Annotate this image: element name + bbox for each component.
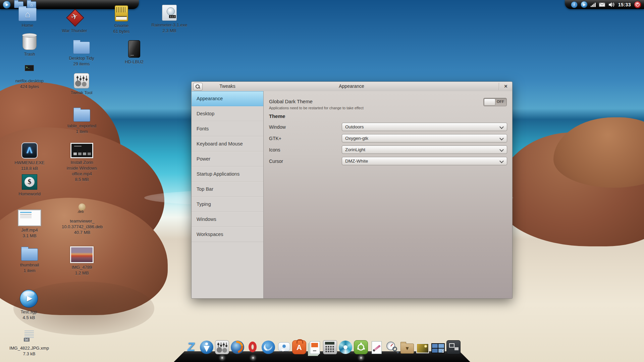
goldcard-icon (115, 5, 128, 21)
desktop-icon-homeworld[interactable]: Homeworld (4, 174, 55, 197)
desktop-icon-gnome[interactable]: Gnome61 bytes (96, 5, 147, 34)
desktop-icon-netflix-desktop[interactable]: netflix-desktop424 bytes (4, 61, 55, 89)
impress-icon (308, 341, 321, 354)
chevron-down-icon (499, 159, 504, 163)
dock-item-calc[interactable] (323, 340, 337, 355)
volume-icon[interactable] (608, 2, 615, 7)
desktop-icon-thumbnail[interactable]: thumbnail1 item (4, 248, 55, 274)
gtk--dropdown[interactable]: Oxygen-gtk (342, 134, 507, 142)
dock-item-tweak[interactable] (215, 340, 229, 355)
dock-item-gedit[interactable] (369, 340, 384, 355)
opera-icon (246, 341, 260, 354)
icons-dropdown[interactable]: ZorinLight (342, 145, 507, 154)
window-title: Tweaks (219, 83, 235, 89)
desktop-icon-tweak-tool[interactable]: Tweak Tool (56, 73, 107, 96)
mail-icon[interactable] (599, 2, 605, 7)
clock: 15:33 (618, 2, 631, 7)
desktop-icon-teamviewer-deb[interactable]: teamviewer_10.0.37742_i386.deb40.7 MB (57, 201, 107, 235)
txt-icon (23, 328, 36, 344)
running-indicator (221, 356, 224, 359)
icon-label: Jeff.mp4 (4, 227, 55, 233)
dock-item-tbird[interactable] (261, 340, 276, 355)
dock-item-zorin[interactable] (184, 340, 199, 355)
desktop-icon-desktop-tidy[interactable]: Desktop Tidy29 items (56, 42, 107, 67)
sidebar-item-desktop[interactable]: Desktop (192, 106, 263, 121)
desktop-icon-jeff-video[interactable]: Jeff.mp43.1 MB (4, 210, 55, 239)
window-header: Tweaks Appearance ✕ (192, 82, 512, 92)
dock-item-impress[interactable] (307, 340, 322, 355)
desktop-icon-table-exported[interactable]: table_exported1 item (57, 109, 107, 134)
sidebar-item-fonts[interactable]: Fonts (192, 121, 263, 136)
theme-rows: WindowOutdoorsGTK+Oxygen-gtkIconsZorinLi… (264, 122, 512, 168)
icon-label: Home (2, 22, 53, 28)
hwmenu-icon (21, 142, 38, 159)
dock-item-dl[interactable] (400, 340, 415, 355)
chevron-down-icon (499, 147, 504, 152)
desktop-icon-rainmeter[interactable]: Rainmeter-3.1.exe2.3 MB (144, 5, 195, 34)
search-button[interactable] (193, 83, 203, 90)
sidebar-item-top-bar[interactable]: Top Bar (192, 182, 263, 197)
top-panel-tray: i 15:33 (565, 0, 644, 9)
icon-label: Gnome (96, 23, 147, 28)
icon-label: Tweak Tool (56, 90, 107, 96)
sidebar-item-appearance[interactable]: Appearance (192, 91, 263, 106)
running-indicator (252, 356, 255, 359)
chat-icon (277, 341, 290, 354)
sidebar-item-workspaces[interactable]: Workspaces (192, 227, 263, 242)
header-divider (499, 83, 499, 90)
desktop-icon-war-thunder[interactable]: War Thunder (49, 8, 100, 34)
info-icon[interactable]: i (571, 1, 578, 8)
sidebar-item-windows[interactable]: Windows (192, 212, 263, 227)
dock-item-ws[interactable] (431, 340, 445, 355)
hdd-icon (128, 40, 140, 58)
media-play-icon[interactable] (581, 1, 588, 8)
desktop-icon-zorin-video[interactable]: Install Zorininside Windowsoffice.mp48.5… (57, 143, 107, 182)
power-button[interactable] (634, 1, 641, 8)
cursor-dropdown[interactable]: DMZ-White (342, 157, 507, 165)
dock-item-winlist[interactable] (446, 340, 461, 355)
icon-label: 1 item (57, 129, 107, 134)
playglossy-icon (20, 290, 38, 308)
dock-item-shotwell[interactable] (338, 340, 353, 355)
network-signal-icon[interactable] (591, 2, 596, 7)
icon-label: Install Zorin (57, 160, 107, 165)
icon-label: table_exported (57, 123, 107, 129)
sidebar-item-power[interactable]: Power (192, 152, 263, 167)
cursor-label: Cursor (269, 159, 283, 164)
global-dark-theme-toggle[interactable]: OFF (483, 98, 507, 106)
folder-home-icon[interactable] (27, 1, 36, 8)
desktop-icon-img-4822[interactable]: IMG_4822.JPG.xmp7.3 kB (4, 328, 54, 357)
folder-icon (73, 109, 90, 122)
dock-item-chat[interactable] (276, 340, 291, 355)
desktop-icon-trash[interactable]: Trash (4, 35, 55, 57)
dock-item-store[interactable] (292, 340, 307, 355)
dock-item-a11y[interactable] (199, 340, 214, 355)
desktop-icon-hwmenu[interactable]: HWMENU.EXE118.8 kB (4, 142, 55, 171)
zorin-icon (184, 341, 198, 354)
icon-label: teamviewer_ (57, 218, 107, 224)
tweaks-window: Tweaks Appearance ✕ AppearanceDesktopFon… (191, 81, 513, 299)
dock-item-firefox[interactable] (230, 340, 245, 355)
desktop-icon-img-4789[interactable]: IMG_47891.2 MB (57, 246, 107, 276)
icon-label: netflix-desktop (4, 78, 55, 84)
theme-row: WindowOutdoors (264, 122, 512, 133)
sidebar-item-typing[interactable]: Typing (192, 197, 263, 212)
folder-home-icon (18, 8, 37, 21)
window-dropdown[interactable]: Outdoors (342, 123, 507, 131)
icon-label: 61 bytes (96, 28, 147, 34)
desktop-icon-hd-lbu2[interactable]: HD-LBU2 (109, 40, 159, 65)
dock-item-usc[interactable] (354, 340, 368, 355)
icon-label: 7.3 kB (4, 351, 54, 357)
toggle-knob (484, 99, 495, 106)
close-button[interactable]: ✕ (502, 83, 510, 90)
sidebar-item-keyboard-and-mouse[interactable]: Keyboard and Mouse (192, 136, 263, 152)
dock-item-clock[interactable] (384, 340, 399, 355)
a11y-icon (200, 341, 213, 354)
chevron-down-icon (499, 125, 504, 129)
dock-item-opera[interactable] (246, 340, 260, 355)
desktop-icon-test-3gp[interactable]: Test.3gp4.5 kB (4, 290, 54, 320)
dock-item-image[interactable] (415, 340, 430, 355)
icon-label: 29 items (56, 61, 107, 67)
sidebar-item-startup-applications[interactable]: Startup Applications (192, 167, 263, 182)
desktop-icon-home[interactable]: Home (2, 8, 53, 28)
